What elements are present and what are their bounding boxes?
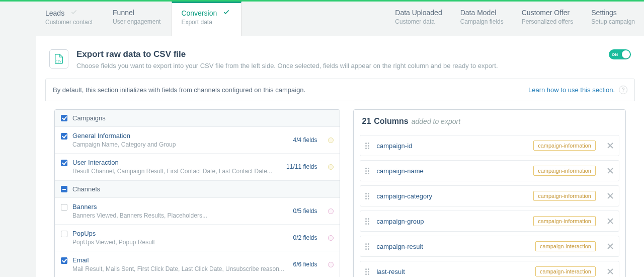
column-tag: campaign-information — [533, 191, 596, 201]
field-row[interactable]: EmailMail Result, Mails Sent, First Clic… — [55, 251, 340, 277]
remove-column-icon[interactable] — [607, 218, 614, 225]
info-text: By default, this section initializes wit… — [53, 86, 305, 94]
drag-handle-icon[interactable] — [365, 193, 369, 199]
column-tag: campaign-information — [533, 216, 596, 226]
field-description: Campaign Name, Category and Group — [72, 141, 176, 148]
tab-title: Funnel — [113, 9, 134, 17]
group-label: Channels — [72, 185, 100, 193]
field-row[interactable]: User InteractionResult Channel, Campaign… — [55, 154, 340, 180]
field-name: PopUps — [72, 230, 155, 237]
field-row[interactable]: BannersBanners Viewed, Banners Results, … — [55, 198, 340, 225]
info-banner: By default, this section initializes wit… — [45, 79, 635, 101]
column-name: campaign-category — [376, 192, 526, 200]
tab-subtitle: Export data — [181, 19, 230, 26]
column-name: campaign-result — [376, 243, 528, 250]
status-dot-icon — [328, 209, 334, 214]
drag-handle-icon[interactable] — [365, 243, 369, 250]
fields-panel: CampaignsGeneral InformationCampaign Nam… — [54, 109, 340, 277]
tab-customer-offer[interactable]: Customer Offer Personalized offers — [513, 2, 583, 36]
export-column-item[interactable]: last-resultcampaign-interaction — [360, 261, 619, 277]
columns-panel: 21 Columns added to export campaign-idca… — [353, 109, 626, 277]
field-checkbox[interactable] — [61, 231, 67, 237]
tab-title: Leads — [45, 9, 64, 17]
workflow-tabs: Leads Customer contact Funnel User engag… — [0, 2, 644, 36]
column-name: last-result — [376, 268, 528, 275]
tab-leads[interactable]: Leads Customer contact — [36, 2, 104, 36]
tab-subtitle: Campaign fields — [460, 18, 504, 25]
page-title: Export raw data to CSV file — [76, 49, 498, 59]
column-name: campaign-id — [376, 142, 526, 150]
remove-column-icon[interactable] — [607, 243, 614, 250]
export-column-item[interactable]: campaign-groupcampaign-information — [360, 211, 619, 232]
tab-subtitle: Personalized offers — [522, 18, 574, 25]
learn-link[interactable]: Learn how to use this section. — [528, 86, 615, 94]
field-group-header[interactable]: Campaigns — [55, 110, 340, 127]
drag-handle-icon[interactable] — [365, 168, 369, 174]
column-tag: campaign-interaction — [535, 241, 596, 251]
tab-title: Data Model — [460, 9, 504, 17]
export-column-item[interactable]: campaign-resultcampaign-interaction — [360, 236, 619, 257]
group-checkbox[interactable] — [61, 115, 67, 121]
remove-column-icon[interactable] — [607, 167, 614, 174]
tab-subtitle: Customer contact — [45, 19, 93, 26]
field-count: 6/6 fields — [293, 261, 317, 268]
tab-title: Customer Offer — [522, 9, 574, 17]
status-dot-icon — [328, 137, 334, 143]
tab-title: Data Uploaded — [395, 9, 442, 17]
field-checkbox[interactable] — [61, 160, 67, 166]
tab-data-uploaded[interactable]: Data Uploaded Customer data — [386, 2, 451, 36]
column-tag: campaign-information — [533, 166, 596, 176]
tab-title: Settings — [591, 9, 635, 17]
field-row[interactable]: General InformationCampaign Name, Catego… — [55, 127, 340, 154]
field-row[interactable]: PopUpsPopUps Viewed, Popup Result0/2 fie… — [55, 225, 340, 251]
field-name: Email — [72, 256, 284, 264]
column-name: campaign-name — [376, 167, 526, 175]
column-tag: campaign-information — [533, 141, 596, 151]
tab-funnel[interactable]: Funnel User engagement — [104, 2, 172, 36]
tab-data-model[interactable]: Data Model Campaign fields — [451, 2, 513, 36]
field-group-header[interactable]: Channels — [55, 180, 340, 198]
tab-subtitle: Setup campaign — [591, 18, 635, 25]
field-name: User Interaction — [72, 159, 272, 166]
field-name: Banners — [72, 203, 207, 211]
export-column-item[interactable]: campaign-namecampaign-information — [360, 160, 619, 181]
drag-handle-icon[interactable] — [365, 143, 369, 149]
field-checkbox[interactable] — [61, 204, 67, 211]
field-count: 4/4 fields — [293, 136, 317, 144]
tab-conversion[interactable]: Conversion Export data — [172, 2, 242, 36]
export-column-item[interactable]: campaign-idcampaign-information — [360, 135, 619, 156]
field-description: Result Channel, Campaign Result, First C… — [72, 168, 272, 175]
field-description: Banners Viewed, Banners Results, Placeho… — [72, 212, 207, 219]
export-toggle[interactable]: ON — [609, 49, 631, 59]
tab-subtitle: User engagement — [113, 18, 160, 25]
check-icon — [70, 9, 77, 17]
tab-subtitle: Customer data — [395, 18, 442, 25]
drag-handle-icon[interactable] — [365, 268, 369, 275]
status-dot-icon — [328, 235, 334, 241]
drag-handle-icon[interactable] — [365, 218, 369, 225]
remove-column-icon[interactable] — [607, 192, 614, 199]
group-checkbox[interactable] — [61, 186, 67, 192]
group-label: Campaigns — [72, 114, 106, 122]
check-icon — [223, 9, 230, 17]
field-name: General Information — [72, 132, 176, 140]
field-description: PopUps Viewed, Popup Result — [72, 239, 155, 246]
toggle-label: ON — [612, 52, 618, 57]
field-description: Mail Result, Mails Sent, First Click Dat… — [72, 265, 284, 272]
field-count: 0/2 fields — [293, 234, 317, 241]
page-content: CSV Export raw data to CSV file Choose f… — [36, 36, 644, 277]
remove-column-icon[interactable] — [607, 142, 614, 149]
field-checkbox[interactable] — [61, 133, 67, 140]
field-count: 0/5 fields — [293, 207, 317, 215]
status-dot-icon — [328, 262, 334, 267]
svg-text:CSV: CSV — [56, 60, 62, 63]
field-checkbox[interactable] — [61, 257, 67, 264]
columns-suffix: added to export — [412, 117, 460, 125]
remove-column-icon[interactable] — [607, 268, 614, 275]
field-count: 11/11 fields — [286, 163, 317, 170]
help-icon[interactable]: ? — [619, 86, 627, 94]
export-column-item[interactable]: campaign-categorycampaign-information — [360, 185, 619, 206]
columns-label: Columns — [374, 117, 408, 126]
column-name: campaign-group — [376, 218, 526, 225]
tab-settings[interactable]: Settings Setup campaign — [582, 2, 644, 36]
